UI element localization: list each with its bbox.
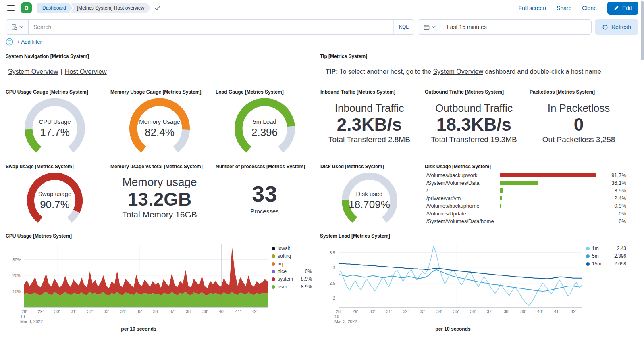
panel-memory-usage-gauge: Memory Usage Gauge [Metrics System] Memo… <box>107 86 212 161</box>
svg-text:30': 30' <box>54 309 60 314</box>
panel-title[interactable]: Tip [Metrics System] <box>320 54 628 59</box>
legend-item-softirq[interactable]: softirq <box>272 254 312 259</box>
host-overview-link[interactable]: Host Overview <box>65 68 107 75</box>
system-load-line-chart[interactable]: 22.533.528'29'30'31'32'33'34'35'36'37'38… <box>320 240 586 326</box>
cpu-usage-area-chart[interactable]: 10%20%30%28'29'30'31'32'33'34'35'36'37'3… <box>6 240 272 326</box>
panel-title[interactable]: Inbound Traffic [Metrics System] <box>320 89 418 95</box>
scrollbar-thumb[interactable] <box>641 1 644 60</box>
legend-label: nice <box>278 269 287 274</box>
panel-title[interactable]: CPU Usage [Metrics System] <box>6 233 314 239</box>
pencil-icon <box>614 5 619 10</box>
svg-text:38': 38' <box>504 309 509 314</box>
memory-vs-total-metric: Memory usage 13.2GB Total Memory 16GB <box>110 170 209 225</box>
svg-text:28': 28' <box>336 309 341 314</box>
tip-system-overview-link[interactable]: System Overview <box>433 68 483 75</box>
panel-system-navigation: System Navigation [Metrics System] Syste… <box>2 50 317 86</box>
swap-usage-gauge: Swap usage 90.7% <box>6 171 104 227</box>
disk-bar-track <box>500 196 605 200</box>
disk-path-label: /System/Volumes/Data/home <box>426 218 500 224</box>
refresh-icon <box>602 24 608 30</box>
packetloss-metric: In Packetloss 0 Out Packetloss 3,258 <box>530 96 628 150</box>
disk-bar-track <box>500 188 605 193</box>
disk-usage-row: /Volumes/backuphome0.9% <box>426 203 626 209</box>
panel-title[interactable]: Swap usage [Metrics System] <box>6 164 104 169</box>
filter-icon[interactable] <box>6 38 13 46</box>
disk-percent-label: 0.9% <box>605 203 626 209</box>
time-range-display[interactable]: Last 15 minutes <box>441 20 492 34</box>
svg-text:41': 41' <box>554 309 560 314</box>
legend-item-nice[interactable]: nice0% <box>272 269 312 274</box>
disk-bar-track <box>500 173 605 177</box>
search-input[interactable] <box>29 20 393 34</box>
disk-usage-row: /Volumes/backupwork91.7% <box>426 173 626 178</box>
add-filter-button[interactable]: + Add filter <box>17 39 42 45</box>
disk-path-label: /System/Volumes/Data <box>426 180 500 186</box>
svg-text:2: 2 <box>333 296 335 300</box>
panel-outbound-traffic: Outbound Traffic [Metrics System] Outbou… <box>422 86 526 161</box>
panel-title[interactable]: Memory usage vs total [Metrics System] <box>110 164 209 169</box>
legend-item-5m[interactable]: 5m2.396 <box>586 254 626 259</box>
panel-title[interactable]: Disk Usage [Metrics System] <box>425 164 628 169</box>
system-navigation-links: System Overview|Host Overview <box>6 68 314 75</box>
gauge-label: Swap usage <box>6 190 104 197</box>
saved-check-icon <box>155 6 160 10</box>
legend-item-1m[interactable]: 1m2.43 <box>586 246 626 251</box>
refresh-button[interactable]: Refresh <box>595 19 638 35</box>
svg-text:30': 30' <box>369 309 375 314</box>
metric-value: 13.2GB <box>128 189 192 210</box>
menu-toggle-button[interactable] <box>6 3 16 13</box>
panel-title[interactable]: Outbound Traffic [Metrics System] <box>425 89 523 95</box>
svg-text:40': 40' <box>537 309 543 314</box>
saved-query-menu-button[interactable] <box>6 20 29 34</box>
svg-text:32': 32' <box>403 309 409 314</box>
legend-item-user[interactable]: user8.9% <box>272 284 312 289</box>
disk-bar-track <box>500 181 605 185</box>
legend-item-iowait[interactable]: iowait <box>272 246 312 251</box>
kql-language-button[interactable]: KQL <box>393 20 414 34</box>
clone-button[interactable]: Clone <box>582 5 597 11</box>
date-picker-menu-button[interactable] <box>418 20 441 34</box>
svg-text:19: 19 <box>334 314 339 319</box>
vertical-scrollbar[interactable] <box>640 0 644 342</box>
processes-metric: 33 Processes <box>216 170 314 225</box>
x-axis-caption: per 10 seconds <box>320 326 586 332</box>
legend-item-system[interactable]: system8.9% <box>272 277 312 282</box>
space-avatar[interactable]: D <box>21 2 32 13</box>
svg-text:36': 36' <box>153 309 159 314</box>
legend-label: 15m <box>592 261 601 267</box>
svg-text:34': 34' <box>436 309 442 314</box>
panel-cpu-usage-gauge: CPU Usage Gauge [Metrics System] CPU Usa… <box>2 86 107 161</box>
dashboard-grid: System Navigation [Metrics System] Syste… <box>0 49 631 338</box>
legend-label: user <box>278 284 287 290</box>
panel-title[interactable]: Load Gauge [Metrics System] <box>216 89 314 95</box>
panel-title[interactable]: Packetloss [Metrics System] <box>530 89 628 95</box>
legend-item-15m[interactable]: 15m2.658 <box>586 261 626 266</box>
system-overview-link[interactable]: System Overview <box>8 68 58 75</box>
legend-dot <box>586 247 590 250</box>
full-screen-button[interactable]: Full screen <box>518 5 546 11</box>
metric-heading: Inbound Traffic <box>335 102 404 115</box>
edit-button[interactable]: Edit <box>607 2 638 15</box>
breadcrumb-dashboard[interactable]: Dashboard <box>37 3 73 13</box>
metric-subtitle: Processes <box>250 208 278 215</box>
legend-item-irq[interactable]: irq <box>272 261 312 266</box>
panel-title[interactable]: CPU Usage Gauge [Metrics System] <box>6 89 104 95</box>
panel-title[interactable]: System Load [Metrics System] <box>320 233 628 239</box>
cpu-chart-legend: iowaitsoftirqirqnice0%system8.9%user8.9% <box>272 240 312 326</box>
panel-title[interactable]: Number of processes [Metrics System] <box>216 164 314 169</box>
svg-text:39': 39' <box>520 309 526 314</box>
panel-title[interactable]: System Navigation [Metrics System] <box>6 54 314 59</box>
legend-value: 0% <box>305 269 312 274</box>
disk-percent-label: 91.7% <box>605 172 626 178</box>
legend-label: 5m <box>592 253 599 259</box>
disk-path-label: /Volumes/Update <box>426 211 500 217</box>
panel-cpu-usage-chart: CPU Usage [Metrics System] 10%20%30%28'2… <box>2 230 317 338</box>
panel-title[interactable]: Memory Usage Gauge [Metrics System] <box>110 89 209 95</box>
legend-dot <box>272 262 275 266</box>
gauge-value: 2.396 <box>216 126 314 139</box>
share-button[interactable]: Share <box>557 5 571 11</box>
legend-label: iowait <box>278 246 290 251</box>
legend-value: 2.658 <box>614 261 626 267</box>
panel-title[interactable]: Disk Used [Metrics System] <box>320 164 418 169</box>
svg-text:30%: 30% <box>12 257 21 262</box>
